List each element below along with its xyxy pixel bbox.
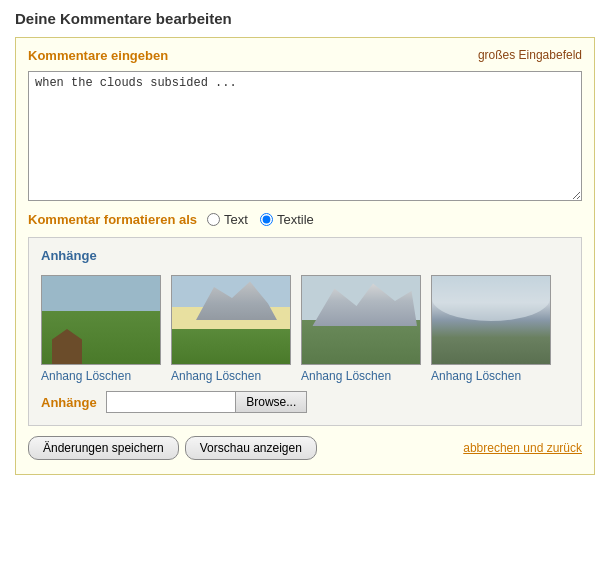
format-options: Text Textile xyxy=(207,212,314,227)
large-input-link[interactable]: großes Eingabefeld xyxy=(478,48,582,62)
attachment-image-2 xyxy=(171,275,291,365)
attachment-item-4: Anhang Löschen xyxy=(431,275,551,383)
attachment-item-1: Anhang Löschen xyxy=(41,275,161,383)
format-option-textile[interactable]: Textile xyxy=(260,212,314,227)
actions-left: Änderungen speichern Vorschau anzeigen xyxy=(28,436,317,460)
format-text-label: Text xyxy=(224,212,248,227)
actions-row: Änderungen speichern Vorschau anzeigen a… xyxy=(28,436,582,460)
attachments-title: Anhänge xyxy=(41,248,569,263)
delete-attachment-3[interactable]: Anhang Löschen xyxy=(301,369,391,383)
save-button[interactable]: Änderungen speichern xyxy=(28,436,179,460)
format-row: Kommentar formatieren als Text Textile xyxy=(28,212,582,227)
attachment-image-4 xyxy=(431,275,551,365)
attachment-image-3 xyxy=(301,275,421,365)
delete-attachment-4[interactable]: Anhang Löschen xyxy=(431,369,521,383)
browse-button[interactable]: Browse... xyxy=(236,391,307,413)
format-option-text[interactable]: Text xyxy=(207,212,248,227)
upload-label: Anhänge xyxy=(41,395,97,410)
attachment-item-2: Anhang Löschen xyxy=(171,275,291,383)
main-container: Kommentare eingeben großes Eingabefeld w… xyxy=(15,37,595,475)
page-title: Deine Kommentare bearbeiten xyxy=(15,10,595,27)
cancel-link[interactable]: abbrechen und zurück xyxy=(463,441,582,455)
comment-input-section: Kommentare eingeben großes Eingabefeld w… xyxy=(28,48,582,204)
format-textile-label: Textile xyxy=(277,212,314,227)
thumbnails-row: Anhang Löschen Anhang Löschen Anhang Lös… xyxy=(41,275,569,383)
attachments-section: Anhänge Anhang Löschen Anhang Löschen An… xyxy=(28,237,582,426)
attachment-item-3: Anhang Löschen xyxy=(301,275,421,383)
format-radio-textile[interactable] xyxy=(260,213,273,226)
upload-row: Anhänge Browse... xyxy=(41,391,569,413)
format-label: Kommentar formatieren als xyxy=(28,212,197,227)
comment-textarea[interactable]: when the clouds subsided ... xyxy=(28,71,582,201)
file-input-box[interactable] xyxy=(106,391,236,413)
comment-section-label: Kommentare eingeben xyxy=(28,48,168,63)
preview-button[interactable]: Vorschau anzeigen xyxy=(185,436,317,460)
format-radio-text[interactable] xyxy=(207,213,220,226)
delete-attachment-1[interactable]: Anhang Löschen xyxy=(41,369,131,383)
delete-attachment-2[interactable]: Anhang Löschen xyxy=(171,369,261,383)
attachment-image-1 xyxy=(41,275,161,365)
